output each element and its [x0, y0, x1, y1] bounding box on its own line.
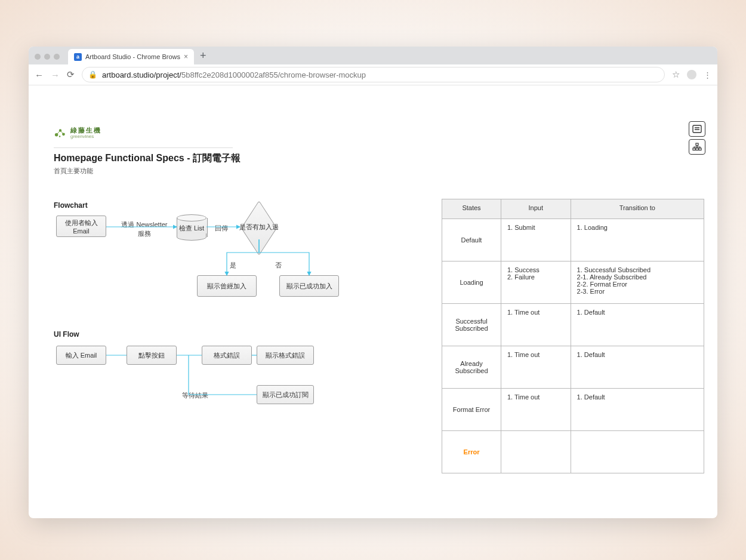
svg-rect-7 [696, 143, 698, 146]
page-content: 綠藤生機 greenvines Homepage Functional Spec… [29, 85, 717, 518]
minimize-dot[interactable] [44, 54, 50, 60]
document-view-button[interactable] [689, 121, 705, 137]
table-row: Format Error1. Time out1. Default [442, 389, 704, 431]
transition-cell: 1. Default [571, 389, 704, 431]
flow-node-already[interactable]: 顯示曾經加入 [197, 275, 257, 297]
flow-node-db[interactable]: 檢查 List [177, 214, 206, 241]
state-cell: Successful Subscribed [442, 304, 501, 346]
table-header-transition: Transition to [571, 199, 704, 219]
url-field[interactable]: 🔒 artboard.studio/project/5b8ffc2e208d10… [82, 67, 665, 82]
section-heading-flowchart: Flowchart [54, 201, 88, 210]
state-cell: Format Error [442, 389, 501, 431]
svg-point-3 [59, 136, 61, 137]
state-transition-table: States Input Transition to Default1. Sub… [442, 199, 704, 473]
table-row: Default1. Submit1. Loading [442, 219, 704, 261]
forward-button[interactable]: → [51, 70, 60, 80]
uiflow-node-formaterror[interactable]: 格式錯誤 [202, 346, 252, 365]
svg-rect-8 [693, 148, 695, 150]
flow-edge-return: 回傳 [211, 224, 232, 233]
flow-node-success[interactable]: 顯示已成功加入 [279, 275, 339, 297]
svg-rect-9 [696, 148, 698, 150]
input-cell: 1. Time out [501, 304, 571, 346]
close-dot[interactable] [35, 54, 41, 60]
flow-branch-no: 否 [272, 261, 284, 270]
svg-rect-4 [693, 125, 701, 133]
table-header-states: States [442, 199, 501, 219]
document-view-icon [692, 125, 702, 133]
back-button[interactable]: ← [35, 70, 44, 80]
sitemap-view-icon [692, 143, 702, 151]
input-cell: 1. Time out [501, 389, 571, 431]
input-cell: 1. Success 2. Failure [501, 261, 571, 304]
flow-node-start[interactable]: 使用者輸入 Email [56, 216, 106, 237]
zoom-dot[interactable] [54, 54, 60, 60]
transition-cell [571, 431, 704, 473]
uiflow-node-show-success[interactable]: 顯示已成功訂閱 [257, 385, 314, 404]
favicon-icon: a [74, 53, 82, 61]
uiflow-node-input[interactable]: 輸入 Email [56, 346, 106, 365]
table-row: Loading1. Success 2. Failure1. Successfu… [442, 261, 704, 304]
logo-mark-icon [54, 127, 67, 139]
transition-cell: 1. Successful Subscribed 2-1. Already Su… [571, 261, 704, 304]
brand-name-cn: 綠藤生機 [70, 127, 101, 134]
browser-window: a Artboard Studio - Chrome Brows × + ← →… [29, 47, 717, 518]
reload-button[interactable]: ⟳ [67, 69, 75, 80]
page-title: Homepage Functional Specs - 訂閱電子報 [54, 152, 241, 165]
transition-cell: 1. Loading [571, 219, 704, 261]
table-row: Already Subscribed1. Time out1. Default [442, 346, 704, 389]
kebab-menu-icon[interactable]: ⋮ [704, 70, 711, 79]
view-toggle-group [689, 121, 705, 157]
table-row: Error [442, 431, 704, 473]
state-cell: Error [442, 431, 501, 473]
input-cell [501, 431, 571, 473]
flow-decision-label: 是否有加入過 [238, 223, 280, 232]
uiflow-edge-wait: 等待結果 [177, 391, 214, 400]
header-divider [54, 147, 233, 148]
new-tab-button[interactable]: + [194, 50, 212, 62]
flow-edge-newsletter: 透過 Newsletter 服務 [115, 220, 174, 238]
input-cell: 1. Time out [501, 346, 571, 389]
sitemap-view-button[interactable] [689, 139, 705, 155]
tab-title: Artboard Studio - Chrome Brows [85, 53, 180, 60]
svg-rect-10 [699, 148, 701, 150]
traffic-lights[interactable] [35, 54, 60, 60]
flow-decision[interactable]: 是否有加入過 [238, 216, 280, 239]
state-cell: Loading [442, 261, 501, 304]
section-heading-uiflow: UI Flow [54, 330, 79, 339]
bookmark-icon[interactable]: ☆ [672, 69, 680, 80]
state-cell: Already Subscribed [442, 346, 501, 389]
page-subtitle: 首頁主要功能 [54, 167, 93, 176]
address-bar: ← → ⟳ 🔒 artboard.studio/project/5b8ffc2e… [29, 64, 717, 85]
tab-strip: a Artboard Studio - Chrome Brows × + [29, 47, 717, 64]
transition-cell: 1. Default [571, 346, 704, 389]
state-cell: Default [442, 219, 501, 261]
brand-name-en: greenvines [70, 134, 101, 139]
uiflow-node-show-formaterror[interactable]: 顯示格式錯誤 [257, 346, 314, 365]
lock-icon: 🔒 [88, 70, 97, 79]
table-row: Successful Subscribed1. Time out1. Defau… [442, 304, 704, 346]
flow-node-db-label: 檢查 List [177, 224, 206, 233]
flow-branch-yes: 是 [227, 261, 239, 270]
brand-logo: 綠藤生機 greenvines [54, 127, 101, 139]
table-header-input: Input [501, 199, 571, 219]
transition-cell: 1. Default [571, 304, 704, 346]
profile-avatar[interactable] [687, 70, 696, 79]
url-text: artboard.studio/project/5b8ffc2e208d1000… [102, 70, 366, 79]
close-tab-icon[interactable]: × [184, 53, 188, 61]
browser-tab[interactable]: a Artboard Studio - Chrome Brows × [68, 49, 194, 64]
uiflow-node-click[interactable]: 點擊按鈕 [127, 346, 177, 365]
input-cell: 1. Submit [501, 219, 571, 261]
